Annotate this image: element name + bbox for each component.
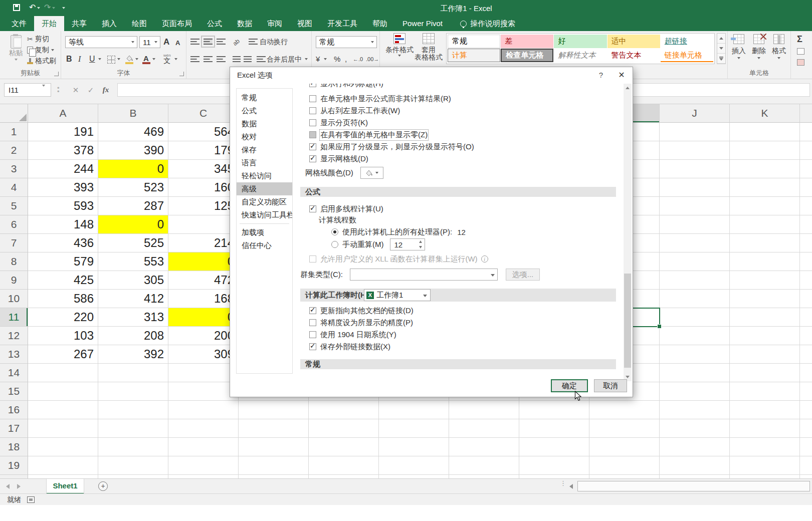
cell-J4[interactable]: [660, 178, 730, 197]
cell-D16[interactable]: [239, 401, 309, 419]
tab-insert[interactable]: 插入: [94, 16, 124, 31]
cell-D18[interactable]: [239, 438, 309, 456]
cell-I19[interactable]: [589, 456, 660, 475]
tab-share[interactable]: 共享: [64, 16, 94, 31]
tell-me-search[interactable]: 操作说明搜索: [460, 16, 515, 31]
calc-option-checkbox-2[interactable]: [309, 331, 316, 338]
row-header-9[interactable]: 9: [0, 271, 28, 290]
row-header-3[interactable]: 3: [0, 160, 28, 178]
cell-J2[interactable]: [660, 141, 730, 160]
row-header-8[interactable]: 8: [0, 252, 28, 271]
column-header-A[interactable]: A: [28, 104, 98, 123]
cell-B13[interactable]: 392: [98, 345, 168, 364]
ok-button[interactable]: 确定: [551, 379, 588, 392]
row-header-6[interactable]: 6: [0, 215, 28, 234]
save-icon[interactable]: [13, 4, 20, 11]
cell-C8[interactable]: 0: [168, 252, 239, 271]
cell-L13[interactable]: [800, 345, 812, 364]
bold-button[interactable]: B: [66, 55, 72, 64]
cell-L8[interactable]: [800, 252, 812, 271]
cell-L16[interactable]: [800, 401, 812, 419]
cell-K19[interactable]: [730, 456, 800, 475]
cell-G20[interactable]: [449, 475, 519, 478]
styles-gallery-scrollbar[interactable]: [717, 33, 726, 64]
undo-caret-icon[interactable]: [37, 7, 40, 9]
cell-A8[interactable]: 579: [28, 252, 98, 271]
cell-B5[interactable]: 287: [98, 197, 168, 215]
cell-J3[interactable]: [660, 160, 730, 178]
cell-A17[interactable]: [28, 419, 98, 438]
column-header-J[interactable]: J: [660, 104, 730, 123]
dialog-nav-11[interactable]: 信任中心: [237, 239, 292, 252]
quick-access-customize-icon[interactable]: [62, 7, 65, 9]
cell-K10[interactable]: [730, 290, 800, 308]
row-header-15[interactable]: 15: [0, 382, 28, 401]
cell-I20[interactable]: [589, 475, 660, 478]
cell-A12[interactable]: 103: [28, 327, 98, 345]
cell-C18[interactable]: [168, 438, 239, 456]
cell-C19[interactable]: [168, 456, 239, 475]
row-header-10[interactable]: 10: [0, 290, 28, 308]
align-left-icon[interactable]: [190, 56, 199, 63]
cell-K3[interactable]: [730, 160, 800, 178]
cell-C20[interactable]: [168, 475, 239, 478]
tab-help[interactable]: 帮助: [365, 16, 395, 31]
row-header-20[interactable]: 20: [0, 475, 28, 478]
cell-A18[interactable]: [28, 438, 98, 456]
calc-option-checkbox-1[interactable]: [309, 319, 316, 326]
tab-developer[interactable]: 开发工具: [320, 16, 365, 31]
align-right-icon[interactable]: [217, 56, 226, 63]
cell-A11[interactable]: 220: [28, 308, 98, 327]
cell-J7[interactable]: [660, 234, 730, 252]
cell-C5[interactable]: 125: [168, 197, 239, 215]
cell-G19[interactable]: [449, 456, 519, 475]
cell-H19[interactable]: [519, 456, 589, 475]
cell-B16[interactable]: [98, 401, 168, 419]
delete-cells-button[interactable]: 删除: [749, 34, 769, 59]
cell-A16[interactable]: [28, 401, 98, 419]
tab-strip-splitter[interactable]: ⋮: [560, 482, 566, 485]
dialog-nav-9[interactable]: 快速访问工具栏: [237, 208, 292, 221]
cell-L6[interactable]: [800, 215, 812, 234]
display-option-checkbox-2[interactable]: [309, 107, 316, 114]
cell-I17[interactable]: [589, 419, 660, 438]
cell-K15[interactable]: [730, 382, 800, 401]
cell-L14[interactable]: [800, 364, 812, 382]
wrap-text-label[interactable]: 自动换行: [260, 38, 288, 47]
cell-L5[interactable]: [800, 197, 812, 215]
new-sheet-button[interactable]: +: [98, 481, 108, 491]
cell-L18[interactable]: [800, 438, 812, 456]
cell-style-hyperlink[interactable]: 超链接: [661, 35, 713, 48]
row-header-13[interactable]: 13: [0, 345, 28, 364]
cell-style-explanatory[interactable]: 解释性文本: [554, 49, 606, 62]
dialog-nav-8[interactable]: 自定义功能区: [237, 195, 292, 208]
cell-A2[interactable]: 378: [28, 141, 98, 160]
cell-K18[interactable]: [730, 438, 800, 456]
cell-K17[interactable]: [730, 419, 800, 438]
cell-C6[interactable]: [168, 215, 239, 234]
cell-C1[interactable]: 564: [168, 123, 239, 141]
font-color-caret-icon[interactable]: [152, 58, 155, 60]
clipboard-dialog-launcher-icon[interactable]: [54, 72, 59, 76]
cell-J13[interactable]: [660, 345, 730, 364]
cell-B14[interactable]: [98, 364, 168, 382]
cell-B9[interactable]: 305: [98, 271, 168, 290]
cell-E16[interactable]: [309, 401, 379, 419]
dialog-nav-3[interactable]: 校对: [237, 130, 292, 143]
cell-A9[interactable]: 425: [28, 271, 98, 290]
accounting-format-icon[interactable]: ¥: [316, 55, 320, 63]
tab-page-layout[interactable]: 页面布局: [154, 16, 199, 31]
cell-H20[interactable]: [519, 475, 589, 478]
dialog-nav-5[interactable]: 语言: [237, 156, 292, 169]
cell-A4[interactable]: 393: [28, 178, 98, 197]
cell-A7[interactable]: 436: [28, 234, 98, 252]
cell-J10[interactable]: [660, 290, 730, 308]
row-header-18[interactable]: 18: [0, 438, 28, 456]
column-header-C[interactable]: C: [168, 104, 239, 123]
cell-J12[interactable]: [660, 327, 730, 345]
tab-power-pivot[interactable]: Power Pivot: [395, 16, 450, 31]
cell-style-calculation[interactable]: 计算: [448, 49, 500, 62]
row-header-2[interactable]: 2: [0, 141, 28, 160]
row-header-1[interactable]: 1: [0, 123, 28, 141]
all-processors-radio[interactable]: [331, 228, 338, 235]
